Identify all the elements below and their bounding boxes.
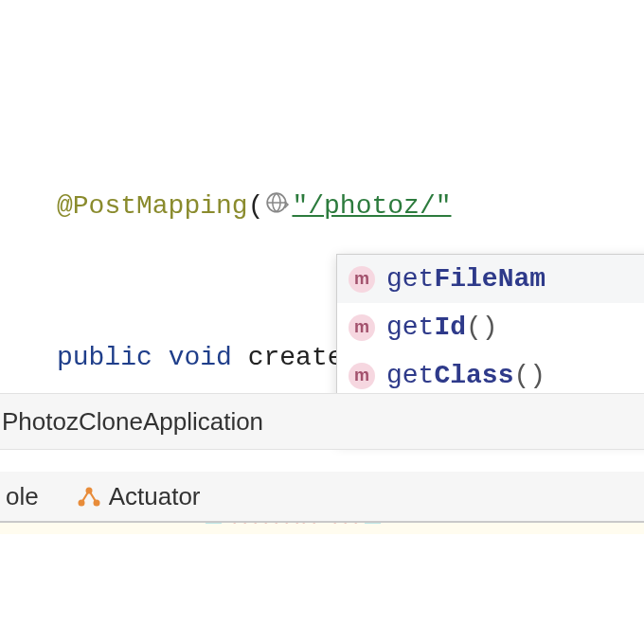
method-icon: m — [349, 363, 375, 389]
tab-console[interactable]: ole — [0, 478, 45, 515]
method-icon: m — [349, 266, 375, 293]
code-line[interactable]: @PostMapping("/photoz/" — [0, 181, 644, 231]
log-line[interactable]: 2022-03-16 09:45:23.711 INF — [9, 632, 644, 644]
actuator-icon — [77, 485, 101, 508]
url-globe-icon[interactable] — [263, 191, 292, 216]
autocomplete-item[interactable]: m getFileNam — [337, 255, 644, 303]
url-string: "/photoz/" — [292, 191, 451, 221]
console-output[interactable]: 2022-03-16 09:45:23.711 INF — [9, 526, 644, 644]
annotation: @PostMapping — [57, 191, 248, 221]
tool-window-tabs[interactable]: ole Actuator — [0, 472, 644, 523]
autocomplete-item[interactable]: m getId() — [337, 303, 644, 351]
run-config-bar[interactable]: PhotozCloneApplication — [0, 393, 644, 450]
method-icon: m — [349, 314, 375, 341]
run-config-name[interactable]: PhotozCloneApplication — [0, 407, 263, 437]
tab-actuator[interactable]: Actuator — [71, 478, 206, 515]
